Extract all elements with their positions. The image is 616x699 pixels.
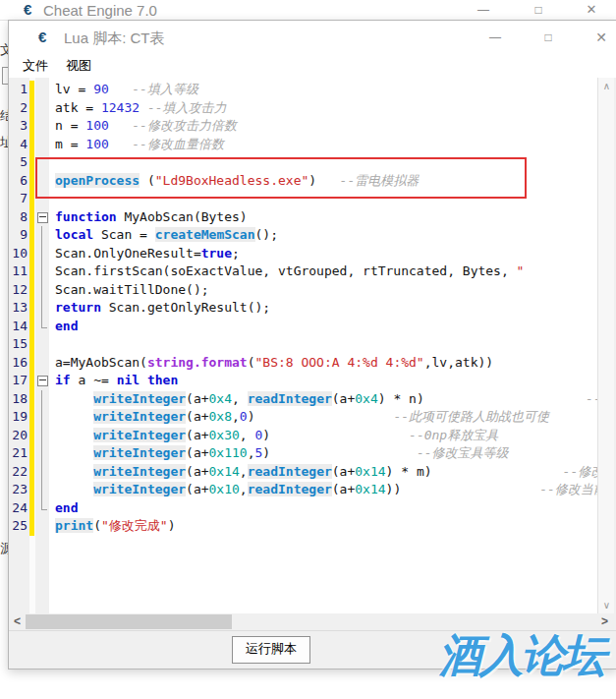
code-line[interactable]: 14end [10, 318, 597, 336]
code-segment: n = [55, 118, 85, 133]
code-text: writeInteger(a+0x8,0) --此项可使路人助战也可使 [49, 408, 549, 427]
code-line[interactable]: 1lv = 90 --填入等级 [10, 81, 597, 99]
code-line[interactable]: 15 [10, 335, 597, 354]
line-number: 24 [10, 499, 28, 518]
code-text: writeInteger(a+0x4, readInteger(a+0x4) *… [49, 390, 597, 409]
code-segment: --填入等级 [132, 82, 198, 96]
maximize-icon[interactable]: □ [525, 1, 552, 19]
code-segment: , [240, 464, 248, 479]
code-text: if a ~= nil then [49, 372, 178, 390]
fold-margin [34, 408, 49, 427]
code-line[interactable]: 13return Scan.getOnlyResult(); [10, 299, 597, 318]
code-segment [270, 428, 409, 442]
fold-margin [34, 262, 49, 281]
code-line[interactable]: 18 writeInteger(a+0x4, readInteger(a+0x4… [10, 390, 597, 409]
code-segment: ) * n) [378, 391, 424, 406]
code-line[interactable]: 19 writeInteger(a+0x8,0) --此项可使路人助战也可使 [10, 408, 597, 427]
close-icon[interactable]: ✕ [588, 29, 615, 46]
code-segment: 0x14 [355, 464, 385, 479]
code-segment [55, 482, 93, 496]
code-segment [270, 445, 417, 460]
code-segment [424, 391, 586, 406]
code-line[interactable]: 2atk = 12432 --填入攻击力 [10, 99, 597, 118]
code-segment: (a+ [186, 445, 208, 460]
code-line[interactable]: 12Scan.waitTillDone(); [10, 281, 597, 300]
fold-margin [34, 390, 49, 409]
code-segment: lv = [55, 82, 93, 96]
code-line[interactable]: 25print("修改完成") [10, 517, 597, 536]
code-segment: --填入攻击力 [147, 100, 227, 115]
line-number: 2 [10, 99, 28, 118]
code-segment: ; [232, 246, 240, 261]
code-segment: Scan.OnlyOneResult= [55, 246, 201, 261]
code-line[interactable]: 24end [10, 499, 597, 518]
code-line[interactable]: 8function MyAobScan(Bytes) [10, 208, 597, 227]
code-segment: --修改 [563, 464, 597, 479]
code-text: writeInteger(a+0x14,readInteger(a+0x14) … [49, 463, 597, 482]
code-text [49, 335, 55, 354]
code-line[interactable]: 21 writeInteger(a+0x110,5) --修改宝具等级 [10, 444, 597, 463]
code-segment: (a+ [332, 482, 355, 496]
code-line[interactable]: 22 writeInteger(a+0x14,readInteger(a+0x1… [10, 463, 597, 482]
scroll-down-icon[interactable]: ∨ [598, 597, 614, 613]
code-segment: "修改完成" [101, 518, 168, 533]
fold-collapse-icon[interactable] [37, 212, 48, 223]
minimize-icon[interactable]: — [481, 29, 509, 46]
menu-item-0[interactable]: 文件 [23, 57, 48, 75]
code-segment: 0x14 [209, 464, 240, 479]
code-segment [140, 100, 147, 115]
fold-margin [34, 299, 49, 318]
line-number: 9 [10, 226, 28, 245]
code-line[interactable]: 20 writeInteger(a+0x30, 0) --0np释放宝具 [10, 427, 597, 445]
scroll-up-icon[interactable]: ∧ [598, 78, 614, 94]
fold-margin [34, 281, 49, 300]
fold-margin [34, 444, 49, 463]
code-segment: "BS:8 OOO:A 4:%d 4:%d" [255, 355, 424, 370]
minimize-icon[interactable]: — [470, 1, 497, 19]
code-segment [255, 409, 394, 424]
code-segment [109, 82, 132, 96]
code-segment: a ~= [71, 373, 117, 387]
code-segment [432, 464, 563, 479]
vertical-scrollbar[interactable]: ∧ ∨ [597, 78, 614, 613]
dialog-titlebar[interactable]: € Lua 脚本: CT表 — □ ✕ [9, 21, 616, 54]
code-segment: writeInteger [93, 391, 186, 406]
code-line[interactable]: 4m = 100 --修改血量倍数 [10, 136, 597, 154]
code-line[interactable]: 23 writeInteger(a+0x10,readInteger(a+0x1… [10, 481, 597, 499]
line-number: 23 [10, 481, 28, 499]
code-line[interactable]: 3n = 100 --修改攻击力倍数 [10, 117, 597, 136]
horizontal-scrollbar-thumb[interactable] [26, 614, 232, 629]
code-segment: nil [117, 373, 140, 387]
close-icon[interactable]: ✕ [578, 1, 605, 19]
code-segment: (a+ [332, 464, 355, 479]
code-segment: readInteger [248, 464, 332, 479]
editor-code: 1lv = 90 --填入等级2atk = 12432 --填入攻击力3n = … [10, 81, 597, 536]
lua-script-dialog: € Lua 脚本: CT表 — □ ✕ 文件视图 1lv = 90 --填入等级… [8, 20, 616, 670]
run-script-button[interactable]: 运行脚本 [232, 636, 310, 664]
line-number: 18 [10, 390, 28, 409]
line-number: 3 [10, 117, 28, 136]
code-segment: print [55, 518, 93, 533]
fold-margin [34, 481, 49, 499]
code-text: end [49, 318, 78, 336]
code-line[interactable]: 11Scan.firstScan(soExactValue, vtGrouped… [10, 262, 597, 281]
fold-collapse-icon[interactable] [37, 376, 48, 386]
code-line[interactable]: 10Scan.OnlyOneResult=true; [10, 245, 597, 263]
code-line[interactable]: 9local Scan = createMemScan(); [10, 226, 597, 245]
menu-item-1[interactable]: 视图 [66, 57, 91, 75]
code-segment: (a+ [186, 482, 208, 496]
code-text: local Scan = createMemScan(); [49, 226, 278, 245]
code-line[interactable]: 16a=MyAobScan(string.format("BS:8 OOO:A … [10, 354, 597, 373]
maximize-icon[interactable]: □ [534, 29, 562, 46]
fold-margin [34, 318, 49, 336]
line-number: 22 [10, 463, 28, 482]
code-segment: , [232, 409, 240, 424]
fold-margin [34, 226, 49, 245]
code-line[interactable]: 17if a ~= nil then [10, 372, 597, 390]
code-segment [109, 137, 132, 151]
code-segment: 0x4 [209, 391, 232, 406]
code-segment: true [201, 246, 232, 261]
code-segment: ) [248, 409, 255, 424]
scroll-left-icon[interactable]: < [9, 613, 26, 630]
line-number: 21 [10, 444, 28, 463]
